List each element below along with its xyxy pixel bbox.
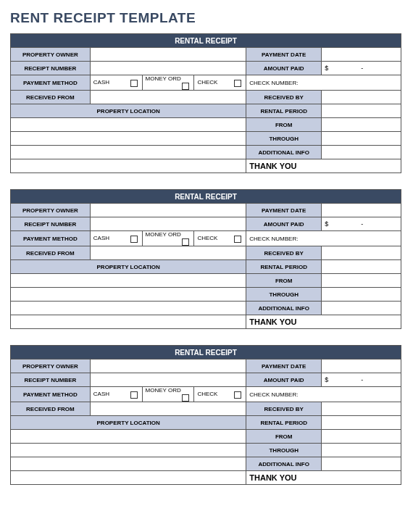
checkbox-icon[interactable] xyxy=(182,238,189,246)
field-check-number[interactable]: CHECK NUMBER: xyxy=(246,231,401,246)
label-payment-date: PAYMENT DATE xyxy=(246,359,322,373)
checkbox-icon[interactable] xyxy=(130,80,138,87)
field-check-number[interactable]: CHECK NUMBER: xyxy=(246,75,401,91)
field-through[interactable] xyxy=(322,444,401,457)
opt-cash[interactable]: CASH xyxy=(90,75,142,91)
field-property-location-1[interactable] xyxy=(11,118,246,132)
field-additional-info[interactable] xyxy=(322,146,401,159)
label-additional-info: ADDITIONAL INFO xyxy=(246,146,322,159)
field-from[interactable] xyxy=(322,274,401,288)
field-received-by[interactable] xyxy=(322,402,401,416)
receipt-header: RENTAL RECEIPT xyxy=(11,190,401,204)
opt-check-label: CHECK xyxy=(197,391,217,397)
field-payment-date[interactable] xyxy=(322,204,401,217)
field-payment-date[interactable] xyxy=(322,48,401,62)
field-property-owner[interactable] xyxy=(90,204,246,217)
field-amount-paid[interactable]: $ - xyxy=(322,373,401,387)
field-amount-paid[interactable]: $ - xyxy=(322,62,401,75)
label-received-by: RECEIVED BY xyxy=(246,246,322,260)
label-received-from: RECEIVED FROM xyxy=(11,246,91,260)
amount-suffix: - xyxy=(361,65,363,72)
label-additional-info: ADDITIONAL INFO xyxy=(246,457,322,471)
opt-check[interactable]: CHECK xyxy=(194,387,246,402)
opt-cash-label: CASH xyxy=(93,79,109,86)
field-property-location-3[interactable] xyxy=(11,302,246,315)
label-rental-period: RENTAL PERIOD xyxy=(246,104,322,118)
field-payment-date[interactable] xyxy=(322,359,401,373)
field-property-location-3[interactable] xyxy=(11,457,246,471)
opt-cash-label: CASH xyxy=(93,391,109,397)
field-additional-info[interactable] xyxy=(322,457,401,471)
field-through[interactable] xyxy=(322,288,401,302)
field-property-owner[interactable] xyxy=(90,48,246,62)
opt-money-ord-label: MONEY ORD xyxy=(146,75,181,82)
field-amount-paid[interactable]: $ - xyxy=(322,217,401,231)
field-rental-period[interactable] xyxy=(322,104,401,118)
label-receipt-number: RECEIPT NUMBER xyxy=(11,217,91,231)
checkbox-icon[interactable] xyxy=(130,391,138,399)
label-rental-period: RENTAL PERIOD xyxy=(246,416,322,430)
field-received-from[interactable] xyxy=(90,246,246,260)
opt-cash[interactable]: CASH xyxy=(90,231,142,246)
opt-money-ord[interactable]: MONEY ORD xyxy=(142,231,194,246)
field-receipt-number[interactable] xyxy=(90,217,246,231)
checkbox-icon[interactable] xyxy=(182,394,189,402)
field-property-location-1[interactable] xyxy=(11,430,246,444)
field-rental-period[interactable] xyxy=(322,260,401,274)
field-property-location-2[interactable] xyxy=(11,132,246,146)
label-received-by: RECEIVED BY xyxy=(246,402,322,416)
opt-check-label: CHECK xyxy=(197,79,217,86)
amount-prefix: $ xyxy=(325,376,328,383)
label-amount-paid: AMOUNT PAID xyxy=(246,373,322,387)
receipt-header: RENTAL RECEIPT xyxy=(11,346,401,359)
field-property-owner[interactable] xyxy=(90,359,246,373)
amount-suffix: - xyxy=(361,220,363,228)
checkbox-icon[interactable] xyxy=(182,83,189,90)
label-receipt-number: RECEIPT NUMBER xyxy=(11,373,91,387)
label-through: THROUGH xyxy=(246,132,322,146)
field-property-location-2[interactable] xyxy=(11,288,246,302)
field-receipt-number[interactable] xyxy=(90,62,246,75)
field-receipt-number[interactable] xyxy=(90,373,246,387)
opt-money-ord[interactable]: MONEY ORD xyxy=(142,387,194,402)
field-rental-period[interactable] xyxy=(322,416,401,430)
label-additional-info: ADDITIONAL INFO xyxy=(246,302,322,315)
checkbox-icon[interactable] xyxy=(130,236,138,243)
opt-check[interactable]: CHECK xyxy=(194,231,246,246)
field-check-number[interactable]: CHECK NUMBER: xyxy=(246,387,401,402)
label-through: THROUGH xyxy=(246,444,322,457)
label-property-location: PROPERTY LOCATION xyxy=(11,104,246,118)
checkbox-icon[interactable] xyxy=(234,391,241,399)
field-property-location-2[interactable] xyxy=(11,444,246,457)
checkbox-icon[interactable] xyxy=(234,80,241,87)
label-property-location: PROPERTY LOCATION xyxy=(11,260,246,274)
opt-check[interactable]: CHECK xyxy=(194,75,246,91)
opt-money-ord-label: MONEY ORD xyxy=(146,231,181,238)
field-property-location-4[interactable] xyxy=(11,315,246,329)
checkbox-icon[interactable] xyxy=(234,236,241,243)
field-received-from[interactable] xyxy=(90,402,246,416)
field-received-by[interactable] xyxy=(322,91,401,104)
label-property-owner: PROPERTY OWNER xyxy=(11,48,91,62)
field-through[interactable] xyxy=(322,132,401,146)
page-title: RENT RECEIPT TEMPLATE xyxy=(10,10,403,26)
label-amount-paid: AMOUNT PAID xyxy=(246,217,322,231)
field-property-location-3[interactable] xyxy=(11,146,246,159)
field-received-from[interactable] xyxy=(90,91,246,104)
field-property-location-4[interactable] xyxy=(11,159,246,173)
amount-prefix: $ xyxy=(325,65,328,72)
receipt-header: RENTAL RECEIPT xyxy=(11,34,401,48)
field-property-location-1[interactable] xyxy=(11,274,246,288)
field-from[interactable] xyxy=(322,118,401,132)
field-property-location-4[interactable] xyxy=(11,471,246,485)
field-received-by[interactable] xyxy=(322,246,401,260)
field-from[interactable] xyxy=(322,430,401,444)
receipt-3: RENTAL RECEIPT PROPERTY OWNER PAYMENT DA… xyxy=(10,345,401,485)
label-received-by: RECEIVED BY xyxy=(246,91,322,104)
label-property-owner: PROPERTY OWNER xyxy=(11,359,91,373)
opt-cash[interactable]: CASH xyxy=(90,387,142,402)
opt-money-ord[interactable]: MONEY ORD xyxy=(142,75,194,91)
label-received-from: RECEIVED FROM xyxy=(11,402,91,416)
opt-cash-label: CASH xyxy=(93,235,109,241)
field-additional-info[interactable] xyxy=(322,302,401,315)
